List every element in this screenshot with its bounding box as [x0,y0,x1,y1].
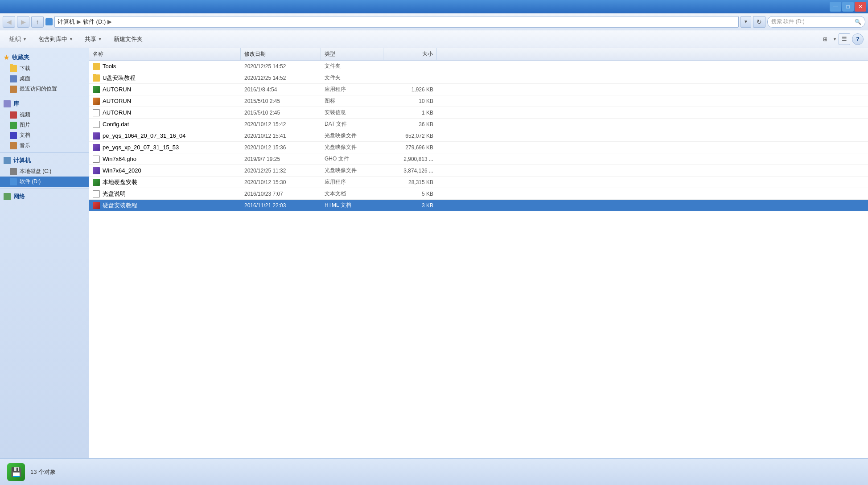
col-date-header[interactable]: 修改日期 [241,48,321,60]
file-type-11: 文本文档 [321,190,383,197]
table-row[interactable]: pe_yqs_xp_20_07_31_15_53 2020/10/12 15:3… [89,142,868,153]
new-folder-button[interactable]: 新建文件夹 [109,33,148,46]
file-date-8: 2019/9/7 19:25 [241,156,321,162]
file-type-10: 应用程序 [321,178,383,186]
search-placeholder: 搜索 软件 (D:) [771,18,805,25]
file-name-12: 硬盘安装教程 [89,201,241,210]
address-dropdown[interactable]: ▼ [740,16,751,28]
forward-icon: ▶ [21,18,26,25]
table-row[interactable]: Win7x64.gho 2019/9/7 19:25 GHO 文件 2,900,… [89,153,868,165]
up-icon: ↑ [36,18,39,25]
library-section: 库 视频 图片 文档 音乐 [0,98,89,151]
file-name-7: pe_yqs_xp_20_07_31_15_53 [89,144,241,151]
file-icon-9 [93,167,100,174]
table-row[interactable]: AUTORUN 2015/5/10 2:45 安装信息 1 KB [89,107,868,119]
sidebar-item-doc[interactable]: 文档 [0,130,89,140]
library-header[interactable]: 库 [0,98,89,110]
file-type-9: 光盘映像文件 [321,167,383,174]
file-icon-5 [93,121,100,128]
table-row[interactable]: pe_yqs_1064_20_07_31_16_04 2020/10/12 15… [89,130,868,142]
sidebar-item-music[interactable]: 音乐 [0,140,89,151]
network-icon [4,193,11,200]
file-size-7: 279,696 KB [383,144,437,151]
main-area: ★ 收藏夹 下载 桌面 最近访问的位置 库 [0,48,868,458]
library-label: 库 [13,100,19,108]
minimize-button[interactable]: — [830,2,841,12]
table-row[interactable]: U盘安装教程 2020/12/25 14:52 文件夹 [89,72,868,84]
include-button[interactable]: 包含到库中 ▼ [33,33,78,46]
col-size-header[interactable]: 大小 [383,48,437,60]
close-button[interactable]: ✕ [855,2,866,12]
sidebar-item-download[interactable]: 下载 [0,63,89,74]
up-button[interactable]: ↑ [31,16,44,28]
file-icon-3 [93,98,100,105]
file-type-5: DAT 文件 [321,120,383,128]
file-date-12: 2016/11/21 22:03 [241,202,321,209]
table-row[interactable]: Win7x64_2020 2020/12/25 11:32 光盘映像文件 3,8… [89,165,868,177]
recent-label: 最近访问的位置 [20,85,57,93]
share-button[interactable]: 共享 ▼ [80,33,107,46]
download-folder-icon [10,65,17,72]
col-type-header[interactable]: 类型 [321,48,383,60]
doc-label: 文档 [20,132,30,139]
recent-icon [10,86,17,93]
favorites-header[interactable]: ★ 收藏夹 [0,52,89,63]
details-view-button[interactable]: ☰ [839,33,850,45]
forward-button[interactable]: ▶ [17,16,29,28]
table-row[interactable]: 硬盘安装教程 2016/11/21 22:03 HTML 文档 3 KB [89,200,868,211]
sidebar-item-video[interactable]: 视频 [0,110,89,120]
title-bar: — □ ✕ [0,0,868,13]
sidebar: ★ 收藏夹 下载 桌面 最近访问的位置 库 [0,48,89,458]
table-row[interactable]: 光盘说明 2016/10/23 7:07 文本文档 5 KB [89,188,868,200]
back-button[interactable]: ◀ [3,16,15,28]
file-name-8: Win7x64.gho [89,156,241,163]
file-name-11: 光盘说明 [89,190,241,198]
file-icon-4 [93,109,100,116]
file-icon-8 [93,156,100,163]
address-bar: ◀ ▶ ↑ 计算机 ▶ 软件 (D:) ▶ ▼ ↻ 搜索 软件 (D:) 🔍 [0,13,868,30]
title-bar-buttons: — □ ✕ [830,2,866,12]
maximize-button[interactable]: □ [842,2,854,12]
table-row[interactable]: Tools 2020/12/25 14:52 文件夹 [89,61,868,72]
file-date-0: 2020/12/25 14:52 [241,63,321,70]
path-sep2: ▶ [107,18,112,25]
view-toggle-button[interactable]: ⊞ [819,33,831,45]
path-icon [45,18,53,25]
file-area: 名称 修改日期 类型 大小 Tools 2020/12/25 14:52 文件夹… [89,48,868,458]
status-app-icon: 💾 [11,467,22,477]
file-date-3: 2015/5/10 2:45 [241,98,321,104]
doc-icon [10,132,17,139]
sidebar-item-desktop[interactable]: 桌面 [0,74,89,84]
file-date-9: 2020/12/25 11:32 [241,168,321,174]
path-root: 计算机 [58,18,75,26]
refresh-button[interactable]: ↻ [753,16,765,28]
favorites-section: ★ 收藏夹 下载 桌面 最近访问的位置 [0,52,89,94]
include-dropdown-icon: ▼ [69,37,73,41]
organize-button[interactable]: 组织 ▼ [4,33,32,46]
network-header[interactable]: 网络 [0,191,89,202]
computer-header[interactable]: 计算机 [0,155,89,166]
music-label: 音乐 [20,142,30,149]
search-box[interactable]: 搜索 软件 (D:) 🔍 [767,16,865,28]
sidebar-item-recent[interactable]: 最近访问的位置 [0,84,89,94]
status-icon: 💾 [7,463,25,481]
file-date-6: 2020/10/12 15:41 [241,133,321,139]
table-row[interactable]: 本地硬盘安装 2020/10/12 15:30 应用程序 28,315 KB [89,177,868,188]
table-row[interactable]: AUTORUN 2016/1/8 4:54 应用程序 1,926 KB [89,84,868,95]
favorites-label: 收藏夹 [12,53,29,62]
address-path[interactable]: 计算机 ▶ 软件 (D:) ▶ [54,16,739,28]
share-dropdown-icon: ▼ [98,37,102,41]
sidebar-item-local-c[interactable]: 本地磁盘 (C:) [0,166,89,177]
file-icon-12 [93,202,100,209]
table-row[interactable]: AUTORUN 2015/5/10 2:45 图标 10 KB [89,95,868,107]
sidebar-item-image[interactable]: 图片 [0,120,89,130]
file-size-9: 3,874,126 ... [383,168,437,174]
help-button[interactable]: ? [852,33,864,45]
file-icon-2 [93,86,100,93]
sidebar-item-software-d[interactable]: 软件 (D:) [0,177,89,187]
table-row[interactable]: Config.dat 2020/10/12 15:42 DAT 文件 36 KB [89,119,868,130]
col-name-header[interactable]: 名称 [89,48,241,60]
file-type-1: 文件夹 [321,74,383,82]
search-icon: 🔍 [855,19,861,25]
view-controls: ⊞ ▼ ☰ ? [819,33,864,45]
